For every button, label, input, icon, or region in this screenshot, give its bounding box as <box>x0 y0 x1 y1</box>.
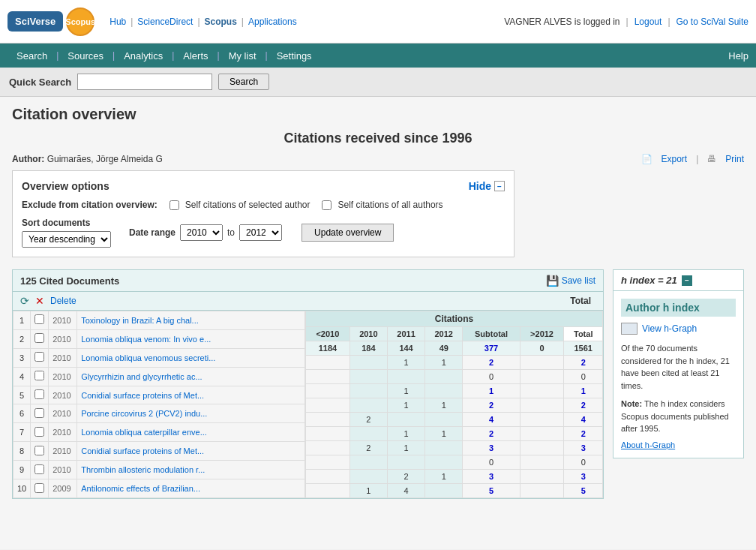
row-num: 6 <box>14 404 31 423</box>
row-title[interactable]: Conidial surface proteins of Met... <box>77 442 305 461</box>
row-checkbox[interactable] <box>34 371 44 380</box>
date-to-select[interactable]: 2012 2011 2010 <box>239 224 282 241</box>
cell-2011: 1 <box>387 441 424 455</box>
top-nav-links: Hub | ScienceDirect | Scopus | Applicati… <box>110 17 504 27</box>
cell-2010: 2 <box>350 413 387 427</box>
scival-link[interactable]: Go to SciVal Suite <box>676 17 749 27</box>
nav-hub[interactable]: Hub <box>110 17 126 27</box>
delete-icon[interactable]: ✕ <box>35 295 44 307</box>
docs-list-table: 1 2010 Toxinology in Brazil: A big chal.… <box>13 311 305 498</box>
nav-analytics[interactable]: Analytics <box>115 46 172 66</box>
search-input[interactable] <box>77 74 212 90</box>
row-num: 1 <box>14 311 31 330</box>
documents-section: 125 Cited Documents 💾 Save list ⟳ ✕ Dele… <box>12 269 604 499</box>
cell-before <box>306 484 350 498</box>
self-citations-all-label: Self citations of all authors <box>338 200 442 210</box>
row-title[interactable]: Lonomia obliqua caterpillar enve... <box>77 423 305 442</box>
print-link[interactable]: Print <box>725 154 744 164</box>
about-hgraph-link[interactable]: About h-Graph <box>621 440 675 449</box>
date-from-select[interactable]: 2010 2009 2008 <box>180 224 223 241</box>
row-checkbox[interactable] <box>34 408 44 418</box>
cell-2010 <box>350 427 387 441</box>
cell-total: 3 <box>564 441 603 455</box>
row-checkbox[interactable] <box>34 427 44 437</box>
table-row: 1 2010 Toxinology in Brazil: A big chal.… <box>14 311 305 330</box>
overview-options-header: Overview options Hide − <box>22 180 505 192</box>
cell-2012: 1 <box>425 356 463 370</box>
row-title[interactable]: Antilonomic effects of Brazilian... <box>77 479 305 498</box>
sort-select[interactable]: Year descending Year ascending Title Cit… <box>22 231 111 248</box>
delete-label[interactable]: Delete <box>50 296 76 306</box>
sort-label: Sort documents <box>22 218 111 228</box>
cell-2010: 1 <box>350 484 387 498</box>
cell-2012 <box>425 455 463 470</box>
cell-before <box>306 455 350 470</box>
hindex-header: h index = 21 − <box>613 269 744 291</box>
nav-search[interactable]: Search <box>8 46 56 66</box>
row-checkbox[interactable] <box>34 446 44 455</box>
self-citations-all-checkbox[interactable] <box>322 200 332 210</box>
cell-2012: 1 <box>425 427 463 441</box>
row-year: 2010 <box>49 311 77 330</box>
logo-area: SciVerse Scopus <box>8 8 94 36</box>
nav-alerts[interactable]: Alerts <box>174 46 217 66</box>
sciverse-logo[interactable]: SciVerse <box>8 11 63 32</box>
row-title[interactable]: Thrombin allosteric modulation r... <box>77 461 305 479</box>
nav-settings[interactable]: Settings <box>268 46 321 66</box>
cell-subtotal: 3 <box>463 441 520 455</box>
page-title: Citation overview <box>12 106 744 123</box>
row-title[interactable]: Lonomia obliqua venomous secreti... <box>77 348 305 367</box>
row-checkbox[interactable] <box>34 389 44 399</box>
row-title[interactable]: Porcine circovirus 2 (PCV2) indu... <box>77 404 305 423</box>
view-hgraph-button[interactable]: View h-Graph <box>621 323 736 335</box>
row-checkbox[interactable] <box>34 483 44 493</box>
row-title[interactable]: Conidial surface proteins of Met... <box>77 386 305 404</box>
logout-link[interactable]: Logout <box>634 17 662 27</box>
scopus-logo[interactable]: Scopus <box>66 8 94 36</box>
row-checkbox[interactable] <box>34 352 44 362</box>
row-title[interactable]: Lonomia obliqua venom: In vivo e... <box>77 329 305 348</box>
save-list-button[interactable]: 💾 Save list <box>546 275 596 287</box>
nav-applications[interactable]: Applications <box>248 17 297 27</box>
self-citations-selected-checkbox[interactable] <box>170 200 179 210</box>
cell-2012 <box>425 413 463 427</box>
cell-after <box>520 370 564 384</box>
search-button[interactable]: Search <box>218 74 269 90</box>
row-title[interactable]: Glycyrrhizin and glycyrrhetic ac... <box>77 367 305 386</box>
graph-icon <box>621 323 638 335</box>
refresh-icon[interactable]: ⟳ <box>20 295 29 307</box>
row-num: 4 <box>14 367 31 386</box>
row-title[interactable]: Toxinology in Brazil: A big chal... <box>77 311 305 330</box>
col-header-after2012: >2012 <box>520 327 564 341</box>
nav-sources[interactable]: Sources <box>58 46 112 66</box>
docs-count: 125 Cited Documents <box>20 275 119 287</box>
hindex-collapse-button[interactable]: − <box>682 275 692 286</box>
row-num: 5 <box>14 386 31 404</box>
nav-mylist[interactable]: My list <box>220 46 266 66</box>
top-nav-bar: SciVerse Scopus Hub | ScienceDirect | Sc… <box>0 0 756 44</box>
hindex-panel: h index = 21 − Author h index View h-Gra… <box>613 269 744 458</box>
row-num: 8 <box>14 442 31 461</box>
citations-row: 0 0 <box>306 370 603 384</box>
col-header-before2010: <2010 <box>306 327 350 341</box>
citations-row: 2 4 4 <box>306 413 603 427</box>
second-nav-bar: Search | Sources | Analytics | Alerts | … <box>0 44 756 68</box>
overview-options-panel: Overview options Hide − Exclude from cit… <box>12 170 514 257</box>
update-overview-button[interactable]: Update overview <box>302 224 394 242</box>
row-checkbox[interactable] <box>34 333 44 343</box>
author-info: Author: Guimarães, Jörge Almeida G <box>12 154 163 164</box>
row-checkbox[interactable] <box>34 314 44 324</box>
help-link[interactable]: Help <box>728 50 748 62</box>
cell-subtotal: 3 <box>463 470 520 484</box>
nav-sciencedirect[interactable]: ScienceDirect <box>137 17 193 27</box>
overview-options-title: Overview options <box>22 180 110 192</box>
citations-row: 1 1 2 2 <box>306 356 603 370</box>
nav-scopus[interactable]: Scopus <box>205 17 237 27</box>
export-link[interactable]: Export <box>662 154 688 164</box>
quick-search-label: Quick Search <box>9 77 71 88</box>
row-num: 2 <box>14 329 31 348</box>
hide-button[interactable]: Hide − <box>469 180 505 192</box>
row-checkbox[interactable] <box>34 464 44 474</box>
table-row: 4 2010 Glycyrrhizin and glycyrrhetic ac.… <box>14 367 305 386</box>
col-header-total: Total <box>564 327 603 341</box>
